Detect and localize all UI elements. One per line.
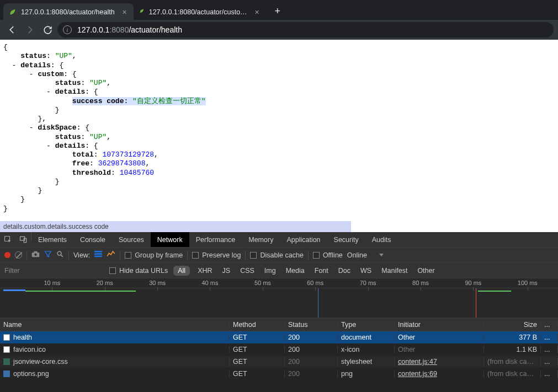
- browser-tab-0[interactable]: 127.0.0.1:8080/actuator/health ×: [3, 3, 134, 20]
- close-icon[interactable]: ×: [254, 8, 261, 17]
- col-size[interactable]: Size: [484, 321, 541, 329]
- site-info-icon[interactable]: i: [63, 25, 72, 34]
- overview-tick: 50 ms: [254, 280, 271, 286]
- svg-point-5: [34, 254, 37, 256]
- inspect-element-icon[interactable]: [0, 232, 15, 247]
- capture-screenshots-icon[interactable]: [31, 251, 40, 259]
- devtools-tab-application[interactable]: Application: [280, 232, 327, 247]
- network-table: Name Method Status Type Initiator Size .…: [0, 318, 558, 392]
- separator: [187, 251, 188, 260]
- filter-type-js[interactable]: JS: [220, 266, 233, 276]
- collapse-toggle[interactable]: -: [12, 61, 17, 69]
- overview-tick: 80 ms: [412, 280, 429, 286]
- network-toolbar: View: Group by frame Preserve log Disabl…: [0, 248, 558, 263]
- svg-rect-4: [34, 251, 38, 253]
- collapse-toggle[interactable]: -: [46, 142, 51, 150]
- separator: [245, 251, 246, 260]
- col-status[interactable]: Status: [285, 321, 338, 329]
- network-row[interactable]: favicon.icoGET200x-iconOther1.1 KB...: [0, 343, 558, 356]
- collapse-toggle[interactable]: -: [46, 88, 51, 96]
- devtools-tab-audits[interactable]: Audits: [365, 232, 398, 247]
- svg-rect-7: [94, 251, 102, 253]
- json-viewer: { status: "UP", - details: { - custom: {…: [0, 40, 558, 221]
- overview-tick: 40 ms: [202, 280, 219, 286]
- close-icon[interactable]: ×: [121, 8, 128, 17]
- new-tab-button[interactable]: +: [270, 4, 285, 18]
- json-path-bar: details.custom.details.success code: [0, 221, 351, 232]
- filter-input[interactable]: [4, 267, 104, 275]
- throttling-select[interactable]: Online: [347, 251, 384, 259]
- file-icon: [3, 334, 10, 341]
- svg-rect-8: [94, 253, 102, 255]
- hide-data-urls-checkbox[interactable]: Hide data URLs: [109, 267, 168, 275]
- file-icon: [3, 346, 10, 353]
- devtools-tab-bar: ElementsConsoleSourcesNetworkPerformance…: [0, 232, 558, 248]
- reload-button[interactable]: [40, 22, 55, 37]
- browser-tab-strip: 127.0.0.1:8080/actuator/health × 127.0.0…: [0, 0, 558, 20]
- overview-tick: 10 ms: [44, 280, 60, 286]
- group-by-frame-checkbox[interactable]: Group by frame: [125, 251, 183, 259]
- file-icon: [3, 370, 10, 377]
- separator: [308, 251, 309, 260]
- devtools-tab-memory[interactable]: Memory: [242, 232, 280, 247]
- view-label: View:: [73, 251, 90, 259]
- overview-tick: 30 ms: [149, 280, 166, 286]
- separator: [68, 251, 69, 260]
- overview-tick: 60 ms: [307, 280, 323, 286]
- overview-tick: 90 ms: [465, 280, 481, 286]
- filter-type-ws[interactable]: WS: [358, 266, 374, 276]
- filter-type-css[interactable]: CSS: [238, 266, 257, 276]
- filter-type-img[interactable]: Img: [262, 266, 278, 276]
- network-row[interactable]: jsonview-core.cssGET200stylesheetcontent…: [0, 356, 558, 368]
- col-name[interactable]: Name: [0, 321, 230, 329]
- devtools-tab-security[interactable]: Security: [327, 232, 365, 247]
- col-type[interactable]: Type: [338, 321, 395, 329]
- svg-rect-9: [94, 256, 102, 257]
- filter-type-other[interactable]: Other: [415, 266, 437, 276]
- device-toggle-icon[interactable]: [15, 232, 31, 247]
- search-icon[interactable]: [56, 250, 64, 260]
- browser-tab-1[interactable]: 127.0.0.1:8080/actuator/custo… ×: [134, 3, 266, 20]
- record-button[interactable]: [4, 252, 10, 258]
- forward-button[interactable]: [22, 22, 38, 37]
- devtools-tab-performance[interactable]: Performance: [189, 232, 242, 247]
- network-filter-bar: Hide data URLs AllXHRJSCSSImgMediaFontDo…: [0, 263, 558, 278]
- devtools-tab-sources[interactable]: Sources: [112, 232, 151, 247]
- filter-type-all[interactable]: All: [173, 266, 190, 276]
- filter-type-manifest[interactable]: Manifest: [379, 266, 410, 276]
- network-row[interactable]: options.pngGET200pngcontent.js:69(from d…: [0, 368, 558, 380]
- devtools-tab-console[interactable]: Console: [73, 232, 112, 247]
- devtools-panel: ElementsConsoleSourcesNetworkPerformance…: [0, 232, 558, 392]
- filter-type-font[interactable]: Font: [312, 266, 331, 276]
- overview-tick: 70 ms: [360, 280, 376, 286]
- separator: [26, 251, 27, 260]
- tab-title: 127.0.0.1:8080/actuator/custo…: [149, 8, 247, 16]
- chevron-down-icon: [379, 254, 384, 256]
- svg-point-6: [57, 251, 61, 255]
- network-row[interactable]: healthGET200documentOther377 B...: [0, 331, 558, 343]
- back-button[interactable]: [4, 22, 20, 37]
- devtools-tab-network[interactable]: Network: [151, 232, 189, 247]
- waterfall-overview-icon[interactable]: [107, 251, 115, 259]
- preserve-log-checkbox[interactable]: Preserve log: [192, 251, 241, 259]
- large-rows-icon[interactable]: [94, 251, 102, 259]
- clear-button[interactable]: [15, 251, 22, 259]
- spring-leaf-icon: [9, 8, 17, 16]
- collapse-toggle[interactable]: -: [29, 123, 34, 132]
- col-waterfall-dots[interactable]: ...: [541, 321, 558, 329]
- filter-type-media[interactable]: Media: [284, 266, 307, 276]
- filter-icon[interactable]: [44, 250, 52, 260]
- spring-leaf-icon: [139, 8, 145, 16]
- filter-type-xhr[interactable]: XHR: [195, 266, 214, 276]
- address-bar[interactable]: i 127.0.0.1:8080/actuator/health: [57, 22, 554, 37]
- browser-toolbar: i 127.0.0.1:8080/actuator/health: [0, 20, 558, 40]
- devtools-tab-elements[interactable]: Elements: [31, 232, 73, 247]
- col-method[interactable]: Method: [230, 321, 285, 329]
- collapse-toggle[interactable]: -: [29, 70, 34, 78]
- tab-title: 127.0.0.1:8080/actuator/health: [21, 8, 115, 16]
- filter-type-doc[interactable]: Doc: [336, 266, 353, 276]
- col-initiator[interactable]: Initiator: [395, 321, 484, 329]
- offline-checkbox[interactable]: Offline: [313, 251, 343, 259]
- network-overview[interactable]: 10 ms20 ms30 ms40 ms50 ms60 ms70 ms80 ms…: [0, 278, 558, 318]
- disable-cache-checkbox[interactable]: Disable cache: [250, 251, 304, 259]
